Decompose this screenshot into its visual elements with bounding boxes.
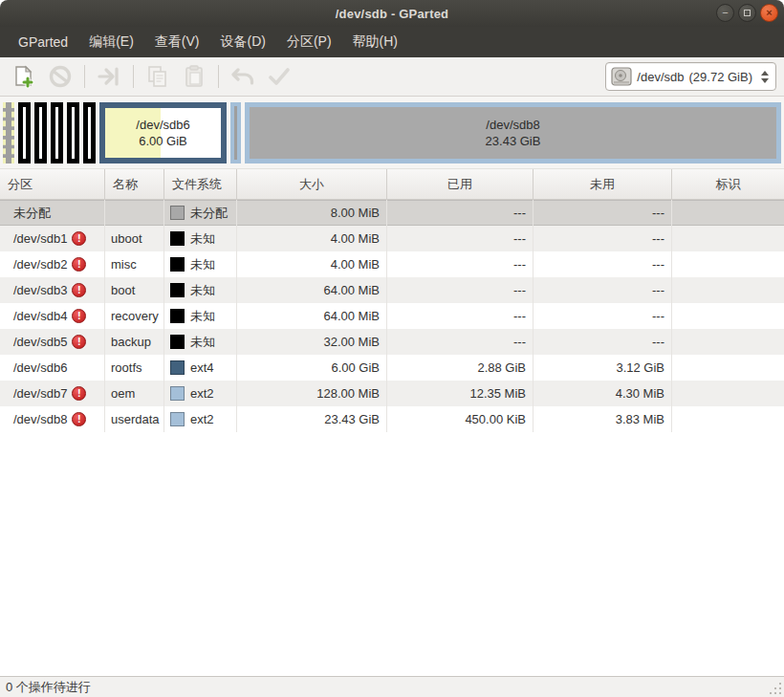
gparted-window: /dev/sdb - GParted − × GParted 编辑(E) 查看(…	[0, 0, 784, 697]
cell-used: ---	[387, 329, 534, 355]
table-row-dev-sdb2[interactable]: /dev/sdb2!misc未知4.00 MiB------	[0, 251, 784, 277]
maximize-button[interactable]	[738, 4, 756, 22]
cell-name: misc	[105, 251, 164, 277]
cell-partition: /dev/sdb6	[0, 355, 105, 381]
cell-size: 4.00 MiB	[237, 226, 387, 251]
filesystem-color-icon	[170, 206, 185, 220]
cell-filesystem: ext4	[164, 355, 237, 381]
table-row-dev-sdb6[interactable]: /dev/sdb6rootfsext46.00 GiB2.88 GiB3.12 …	[0, 355, 784, 381]
device-selector[interactable]: /dev/sdb (29.72 GiB)	[605, 62, 776, 91]
menu-partition[interactable]: 分区(P)	[276, 29, 342, 55]
device-name: /dev/sdb	[637, 70, 684, 84]
table-row-dev-sdb3[interactable]: /dev/sdb3!boot未知64.00 MiB------	[0, 277, 784, 303]
cell-partition: /dev/sdb4!	[0, 303, 105, 329]
diskbar-segment-dev-sdb5[interactable]	[83, 102, 96, 163]
harddisk-icon	[611, 67, 632, 86]
cell-unused: 3.83 MiB	[534, 406, 672, 432]
table-row-dev-sdb5[interactable]: /dev/sdb5!backup未知32.00 MiB------	[0, 329, 784, 355]
delete-icon	[48, 64, 73, 89]
toolbar: /dev/sdb (29.72 GiB)	[0, 57, 784, 97]
cell-flags	[672, 303, 784, 329]
partition-label: /dev/sdb6	[13, 360, 67, 375]
table-header-row: 分区 名称 文件系统 大小 已用 未用 标识	[0, 169, 784, 200]
cell-partition: /dev/sdb1!	[0, 226, 105, 251]
menu-edit[interactable]: 编辑(E)	[78, 29, 144, 55]
header-unused[interactable]: 未用	[534, 169, 672, 199]
warning-icon: !	[72, 231, 86, 246]
table-row-dev-sdb8[interactable]: /dev/sdb8!userdataext223.43 GiB450.00 Ki…	[0, 406, 784, 432]
resize-move-button	[93, 61, 125, 92]
cell-unused: ---	[534, 226, 672, 251]
menu-gparted[interactable]: GParted	[8, 30, 78, 54]
menu-help[interactable]: 帮助(H)	[342, 29, 408, 55]
cell-filesystem: 未知	[164, 329, 237, 355]
header-size[interactable]: 大小	[237, 169, 387, 199]
diskbar-segment-dev-sdb6[interactable]: /dev/sdb66.00 GiB	[99, 102, 227, 163]
filesystem-color-icon	[170, 360, 185, 375]
cell-name	[105, 200, 164, 226]
new-partition-button[interactable]	[8, 61, 40, 92]
header-flags[interactable]: 标识	[672, 169, 784, 199]
table-empty-area	[0, 432, 784, 676]
cell-unused: ---	[534, 251, 672, 277]
filesystem-label: ext2	[190, 386, 214, 401]
delete-partition-button	[44, 61, 76, 92]
copy-icon	[145, 64, 170, 89]
filesystem-label: 未知	[190, 308, 215, 325]
cell-unused: ---	[534, 303, 672, 329]
cell-used: 12.35 MiB	[387, 381, 534, 406]
cell-flags	[672, 277, 784, 303]
menu-device[interactable]: 设备(D)	[209, 29, 275, 55]
header-partition[interactable]: 分区	[0, 169, 105, 199]
titlebar[interactable]: /dev/sdb - GParted − ×	[0, 0, 784, 27]
cell-filesystem: ext2	[164, 406, 237, 432]
copy-button	[142, 61, 174, 92]
paste-button	[178, 61, 210, 92]
maximize-icon	[744, 10, 751, 16]
cell-used: 2.88 GiB	[387, 355, 534, 381]
table-row-dev-sdb1[interactable]: /dev/sdb1!uboot未知4.00 MiB------	[0, 226, 784, 251]
warning-icon: !	[72, 257, 86, 272]
partition-label: /dev/sdb7	[13, 386, 67, 401]
close-icon: ×	[766, 8, 772, 18]
cell-unused: ---	[534, 200, 672, 226]
cell-flags	[672, 381, 784, 406]
cell-name: rootfs	[105, 355, 164, 381]
spinner-down-icon	[761, 78, 769, 83]
table-row-未分配[interactable]: 未分配未分配8.00 MiB------	[0, 200, 784, 226]
combo-spinner-icon[interactable]	[761, 71, 769, 83]
cell-used: ---	[387, 251, 534, 277]
table-row-dev-sdb7[interactable]: /dev/sdb7!oemext2128.00 MiB12.35 MiB4.30…	[0, 381, 784, 406]
diskbar-segment-未分配[interactable]	[3, 102, 14, 163]
header-used[interactable]: 已用	[387, 169, 534, 199]
diskbar-segment-dev-sdb2[interactable]	[34, 102, 47, 163]
header-name[interactable]: 名称	[105, 169, 164, 199]
cell-flags	[672, 251, 784, 277]
cell-size: 128.00 MiB	[237, 381, 387, 406]
cell-name: userdata	[105, 406, 164, 432]
cell-name: backup	[105, 329, 164, 355]
table-row-dev-sdb4[interactable]: /dev/sdb4!recovery未知64.00 MiB------	[0, 303, 784, 329]
diskbar-segment-dev-sdb7[interactable]	[230, 102, 241, 163]
menu-view[interactable]: 查看(V)	[144, 29, 210, 55]
pending-operations-text: 0 个操作待进行	[6, 679, 91, 696]
cell-flags	[672, 329, 784, 355]
minimize-button[interactable]: −	[716, 4, 734, 22]
filesystem-label: 未知	[190, 230, 215, 248]
header-filesystem[interactable]: 文件系统	[164, 169, 237, 199]
cell-filesystem: 未知	[164, 303, 237, 329]
cell-partition: /dev/sdb5!	[0, 329, 105, 355]
diskbar-segment-dev-sdb4[interactable]	[67, 102, 79, 163]
diskbar-segment-dev-sdb1[interactable]	[18, 102, 31, 163]
cell-unused: 4.30 MiB	[534, 381, 672, 406]
close-button[interactable]: ×	[760, 4, 778, 22]
diskbar-segment-dev-sdb3[interactable]	[51, 102, 63, 163]
partition-label: /dev/sdb2	[13, 257, 67, 272]
cell-filesystem: 未分配	[164, 200, 237, 226]
cell-size: 23.43 GiB	[237, 406, 387, 432]
filesystem-color-icon	[170, 335, 185, 349]
resize-grip[interactable]	[769, 682, 782, 695]
diskbar-segment-dev-sdb8[interactable]: /dev/sdb823.43 GiB	[245, 102, 781, 163]
cell-used: ---	[387, 303, 534, 329]
cell-flags	[672, 355, 784, 381]
